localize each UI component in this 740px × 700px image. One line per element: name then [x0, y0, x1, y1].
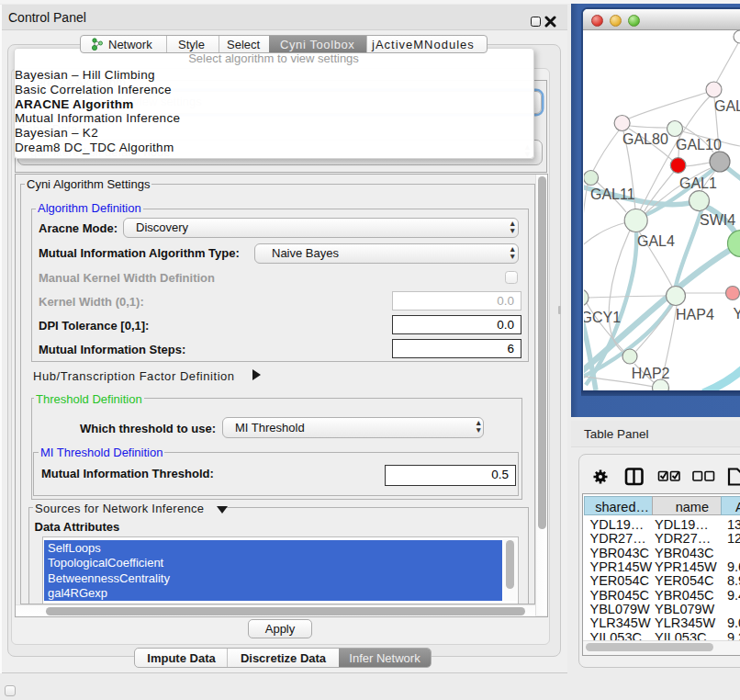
svg-text:HAP4: HAP4 [676, 307, 714, 322]
svg-text:GAL10: GAL10 [676, 137, 722, 152]
svg-text:SWI4: SWI4 [700, 212, 735, 228]
svg-text:Y: Y [733, 306, 739, 322]
svg-text:GAL11: GAL11 [590, 186, 635, 202]
svg-text:GAL80: GAL80 [622, 131, 668, 147]
svg-text:HAP2: HAP2 [631, 366, 669, 381]
svg-text:GAL4: GAL4 [637, 233, 675, 249]
svg-text:GCY1: GCY1 [584, 310, 621, 325]
svg-text:GAL2: GAL2 [714, 98, 740, 114]
svg-text:GAL1: GAL1 [679, 175, 717, 191]
